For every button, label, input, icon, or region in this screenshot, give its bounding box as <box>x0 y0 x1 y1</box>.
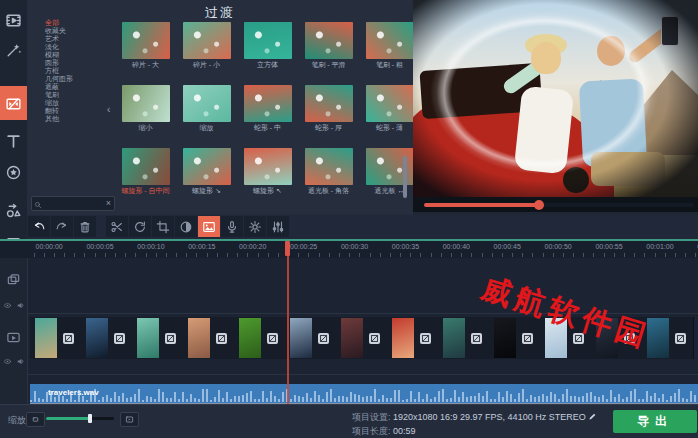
edit-settings-pencil-icon[interactable] <box>588 412 597 423</box>
search-box[interactable]: × <box>31 196 115 211</box>
video-clip[interactable] <box>132 317 184 359</box>
transition-thumbnail[interactable] <box>305 22 353 59</box>
grid-scrollbar[interactable] <box>403 156 407 198</box>
playhead-line[interactable] <box>287 241 289 404</box>
collapse-chevron-icon[interactable]: ‹ <box>107 104 110 115</box>
video-clip[interactable] <box>234 317 286 359</box>
sidebar-callouts-shapes-icon[interactable] <box>0 196 27 225</box>
transition-item[interactable]: 笔刷 - 平滑 <box>298 22 359 69</box>
transition-thumbnail[interactable] <box>366 22 414 59</box>
redo-button[interactable] <box>51 216 73 237</box>
zoom-slider-handle[interactable] <box>88 414 92 423</box>
transition-badge-icon[interactable] <box>471 333 482 344</box>
transition-item[interactable]: 立方体 <box>237 22 298 69</box>
video-clip[interactable] <box>285 317 337 359</box>
sidebar-filters-wand-icon[interactable] <box>0 36 27 65</box>
category-item[interactable]: 几何图形 <box>45 75 111 83</box>
transition-item[interactable]: 遮光板 - 角落 <box>298 148 359 195</box>
transition-thumbnail[interactable] <box>244 148 292 185</box>
category-item[interactable]: 缩放 <box>45 99 111 107</box>
transition-thumbnail[interactable] <box>244 22 292 59</box>
timeline-zoom-slider[interactable] <box>46 417 114 420</box>
seek-handle[interactable] <box>534 200 544 210</box>
transition-item[interactable]: 螺旋形 - 自中间 <box>115 148 176 195</box>
export-button[interactable]: 导出 <box>613 410 697 433</box>
scissors-button[interactable] <box>106 216 128 237</box>
transition-thumbnail[interactable] <box>122 148 170 185</box>
video-clip[interactable] <box>387 317 439 359</box>
overlay-hide-eye-icon[interactable] <box>3 296 12 314</box>
rotate-button[interactable] <box>129 216 151 237</box>
transition-thumbnail[interactable] <box>122 85 170 122</box>
video-clip[interactable] <box>336 317 388 359</box>
transition-item[interactable]: 蛇形 - 厚 <box>298 85 359 132</box>
transition-thumbnail[interactable] <box>183 22 231 59</box>
transition-item[interactable]: 笔刷 - 粗 <box>359 22 413 69</box>
transition-thumbnail[interactable] <box>183 148 231 185</box>
ruler-label: 00:00:35 <box>392 243 419 250</box>
sidebar-transitions-icon[interactable] <box>0 86 27 120</box>
transition-item[interactable]: 缩小 <box>115 85 176 132</box>
sliders-button[interactable] <box>267 216 289 237</box>
timeline-ruler[interactable]: 00:00:0000:00:0500:00:1000:00:1500:00:20… <box>0 241 698 258</box>
video-clip[interactable] <box>81 317 133 359</box>
category-item[interactable]: 圆形 <box>45 59 111 67</box>
sidebar-stickers-star-icon[interactable] <box>0 158 27 187</box>
transition-thumbnail[interactable] <box>366 85 414 122</box>
crop-button[interactable] <box>152 216 174 237</box>
video-mute-icon[interactable] <box>16 352 25 370</box>
playhead-handle[interactable] <box>285 241 290 256</box>
transition-item[interactable]: 螺旋形 ↘ <box>176 148 237 195</box>
zoom-out-button[interactable] <box>26 412 45 427</box>
category-item[interactable]: 模糊 <box>45 51 111 59</box>
sidebar-media-icon[interactable] <box>0 6 27 35</box>
image-wizard-button[interactable] <box>198 216 220 237</box>
video-hide-eye-icon[interactable] <box>3 352 12 370</box>
seek-bar[interactable] <box>424 203 694 207</box>
transition-badge-icon[interactable] <box>369 333 380 344</box>
transition-item[interactable]: 蛇形 - 薄 <box>359 85 413 132</box>
transition-thumbnail[interactable] <box>183 85 231 122</box>
transition-thumbnail[interactable] <box>305 148 353 185</box>
category-item[interactable]: 笔刷 <box>45 91 111 99</box>
sidebar-titles-text-icon[interactable] <box>0 127 27 156</box>
zoom-in-button[interactable] <box>120 412 139 427</box>
transition-thumbnail[interactable] <box>244 85 292 122</box>
category-item[interactable]: 翻转 <box>45 107 111 115</box>
transition-item[interactable]: 螺旋形 ↖ <box>237 148 298 195</box>
audio-clip[interactable]: travelers.wav <box>30 384 698 403</box>
transition-item[interactable]: 缩放 <box>176 85 237 132</box>
transition-badge-icon[interactable] <box>63 333 74 344</box>
search-input[interactable] <box>42 198 106 209</box>
transition-badge-icon[interactable] <box>216 333 227 344</box>
contrast-button[interactable] <box>175 216 197 237</box>
transition-label: 缩小 <box>115 124 176 132</box>
category-item[interactable]: 收藏夹 <box>45 27 111 35</box>
trash-button[interactable] <box>74 216 96 237</box>
transition-badge-icon[interactable] <box>420 333 431 344</box>
video-clip[interactable] <box>30 317 82 359</box>
transition-item[interactable]: 碎片 - 小 <box>176 22 237 69</box>
transition-badge-icon[interactable] <box>165 333 176 344</box>
transition-badge-icon[interactable] <box>318 333 329 344</box>
video-clip[interactable] <box>438 317 490 359</box>
video-clip[interactable] <box>183 317 235 359</box>
transition-badge-icon[interactable] <box>522 333 533 344</box>
microphone-button[interactable] <box>221 216 243 237</box>
overlay-mute-icon[interactable] <box>16 296 25 314</box>
category-item[interactable]: 方框 <box>45 67 111 75</box>
transition-item[interactable]: 碎片 - 大 <box>115 22 176 69</box>
category-item[interactable]: 全部 <box>45 19 111 27</box>
transition-badge-icon[interactable] <box>267 333 278 344</box>
category-item[interactable]: 艺术 <box>45 35 111 43</box>
undo-button[interactable] <box>28 216 50 237</box>
category-item[interactable]: 淡化 <box>45 43 111 51</box>
transition-thumbnail[interactable] <box>305 85 353 122</box>
category-item[interactable]: 遮蔽 <box>45 83 111 91</box>
clear-search-icon[interactable]: × <box>106 199 111 208</box>
transition-badge-icon[interactable] <box>114 333 125 344</box>
transition-item[interactable]: 蛇形 - 中 <box>237 85 298 132</box>
gear-button[interactable] <box>244 216 266 237</box>
transition-thumbnail[interactable] <box>122 22 170 59</box>
category-item[interactable]: 其他 <box>45 115 111 123</box>
